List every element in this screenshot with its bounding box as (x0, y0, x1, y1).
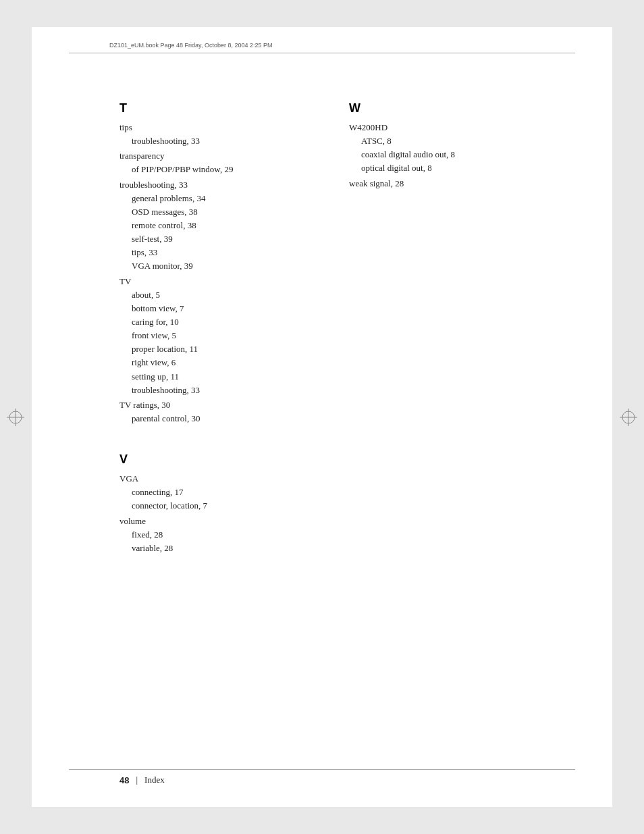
section-T: T tips troubleshooting, 33 transparency … (119, 101, 308, 425)
entry-transparency: transparency (119, 149, 308, 163)
entry-tv-setup: setting up, 11 (132, 370, 308, 384)
section-letter-W: W (349, 101, 538, 115)
entry-w4200hd-atsc: ATSC, 8 (361, 134, 538, 148)
entry-tv-ratings: TV ratings, 30 (119, 398, 308, 412)
section-V: V VGA connecting, 17 connector, location… (119, 452, 308, 555)
entry-tv-caring: caring for, 10 (132, 315, 308, 329)
entry-ts-selftest: self-test, 39 (132, 232, 308, 246)
entry-ts-remote: remote control, 38 (132, 219, 308, 232)
entry-tips: tips (119, 121, 308, 134)
footer-separator: | (136, 775, 138, 785)
entry-tv-location: proper location, 11 (132, 342, 308, 356)
index-col-right: W W4200HD ATSC, 8 coaxial digital audio … (349, 101, 538, 570)
footer-label: Index (144, 775, 165, 785)
section-letter-T: T (119, 101, 308, 115)
entry-tv-front: front view, 5 (132, 329, 308, 342)
entry-transparency-pip: of PIP/POP/PBP window, 29 (132, 163, 308, 176)
page: DZ101_eUM.book Page 48 Friday, October 8… (32, 27, 612, 807)
entry-tv-parental: parental control, 30 (132, 412, 308, 425)
header-rule (69, 53, 575, 53)
entry-troubleshooting: troubleshooting, 33 (119, 178, 308, 192)
entry-volume: volume (119, 515, 308, 528)
entry-vga-connector: connector, location, 7 (132, 499, 308, 513)
entry-ts-tips: tips, 33 (132, 246, 308, 259)
section-W: W W4200HD ATSC, 8 coaxial digital audio … (349, 101, 538, 190)
entry-ts-osd: OSD messages, 38 (132, 205, 308, 219)
reg-mark-mid-right (620, 409, 637, 426)
entry-volume-variable: variable, 28 (132, 542, 308, 555)
header-text: DZ101_eUM.book Page 48 Friday, October 8… (109, 42, 272, 49)
entry-tv-about: about, 5 (132, 288, 308, 302)
entry-tv-bottom: bottom view, 7 (132, 302, 308, 315)
entry-vga-connecting: connecting, 17 (132, 486, 308, 499)
reg-mark-mid-left (7, 409, 24, 426)
entry-ts-general: general problems, 34 (132, 192, 308, 205)
entry-tips-troubleshooting: troubleshooting, 33 (132, 134, 308, 148)
entry-tv-ts: troubleshooting, 33 (132, 384, 308, 397)
entry-w4200hd-optical: optical digital out, 8 (361, 161, 538, 175)
footer-page-number: 48 (119, 775, 129, 785)
index-columns: T tips troubleshooting, 33 transparency … (119, 101, 592, 570)
entry-tv: TV (119, 275, 308, 288)
section-letter-V: V (119, 452, 308, 467)
footer-rule (69, 769, 575, 770)
entry-tv-right: right view, 6 (132, 356, 308, 369)
entry-volume-fixed: fixed, 28 (132, 528, 308, 542)
content-area: T tips troubleshooting, 33 transparency … (119, 101, 592, 570)
entry-ts-vga: VGA monitor, 39 (132, 259, 308, 273)
entry-weak-signal: weak signal, 28 (349, 177, 538, 190)
footer: 48 | Index (119, 775, 592, 785)
entry-w4200hd-coaxial: coaxial digital audio out, 8 (361, 148, 538, 161)
index-col-left: T tips troubleshooting, 33 transparency … (119, 101, 308, 570)
entry-w4200hd: W4200HD (349, 121, 538, 134)
entry-vga: VGA (119, 472, 308, 486)
